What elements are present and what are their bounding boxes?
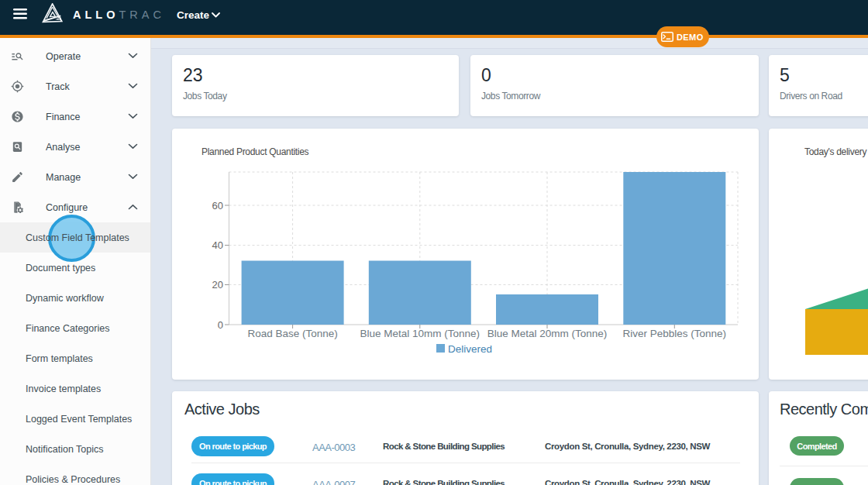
svg-text:20: 20	[212, 279, 223, 291]
svg-text:Road Base (Tonne): Road Base (Tonne)	[247, 328, 337, 339]
svg-text:0: 0	[218, 319, 223, 331]
svg-text:60: 60	[212, 200, 223, 212]
svg-text:River Pebbles (Tonne): River Pebbles (Tonne)	[623, 328, 727, 339]
svg-text:Blue Metal 10mm (Tonne): Blue Metal 10mm (Tonne)	[360, 328, 480, 339]
svg-text:40: 40	[212, 239, 223, 251]
svg-text:Delivered: Delivered	[448, 343, 492, 355]
svg-text:Blue Metal 20mm (Tonne): Blue Metal 20mm (Tonne)	[487, 328, 608, 339]
